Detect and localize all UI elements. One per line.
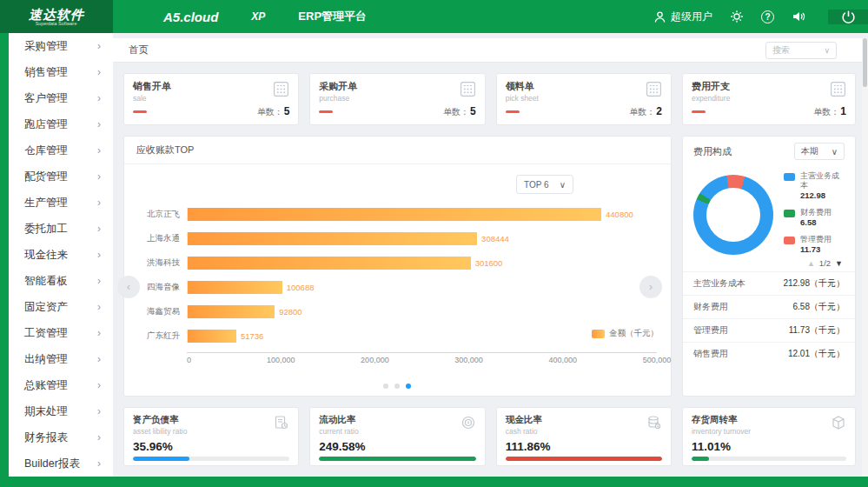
stat-card-2[interactable]: 领料单pick sheet单数：2 bbox=[496, 73, 672, 125]
legend-label: 金额（千元） bbox=[609, 328, 659, 339]
sidebar-item-0[interactable]: 采购管理› bbox=[9, 33, 113, 59]
platform-title[interactable]: ERP管理平台 bbox=[298, 9, 367, 24]
bar[interactable] bbox=[188, 208, 601, 221]
sidebar-item-11[interactable]: 工资管理› bbox=[9, 320, 113, 346]
donut-legend-item-2[interactable]: 管理费用11.73 bbox=[784, 235, 846, 254]
bar-row-2: 洪海科技301600 bbox=[136, 255, 657, 271]
pager-up-icon[interactable]: ▲ bbox=[807, 259, 815, 268]
period-select[interactable]: 本期 ∨ bbox=[794, 143, 845, 160]
vertical-scrollbar bbox=[862, 38, 868, 477]
bar[interactable] bbox=[188, 330, 236, 343]
trend-dash bbox=[133, 110, 147, 113]
stat-card-1[interactable]: 采购开单purchase单数：5 bbox=[309, 73, 485, 125]
expense-name: 财务费用 bbox=[693, 301, 728, 313]
settings-gear-icon[interactable] bbox=[730, 10, 744, 23]
legend-swatch bbox=[784, 210, 795, 217]
kpi-card-2: 现金比率cash ratio111.86% bbox=[496, 407, 672, 466]
stat-card-subtitle: expenditure bbox=[692, 94, 846, 103]
bar-category-label: 上海永通 bbox=[136, 233, 187, 244]
sidebar-item-8[interactable]: 现金往来› bbox=[9, 242, 113, 268]
carousel-dot-1[interactable] bbox=[394, 384, 400, 389]
chart-legend: 金额（千元） bbox=[592, 328, 659, 339]
stat-card-3[interactable]: 费用开支expenditure单数：1 bbox=[682, 73, 856, 125]
bar[interactable] bbox=[188, 305, 275, 318]
bar[interactable] bbox=[188, 281, 282, 294]
kpi-card-1: 流动比率current ratio249.58% bbox=[309, 407, 485, 466]
logout-power-button[interactable] bbox=[828, 10, 868, 24]
scrollbar-thumb[interactable] bbox=[863, 38, 867, 87]
calculator-icon bbox=[830, 81, 846, 101]
sidebar-item-7[interactable]: 委托加工› bbox=[9, 216, 113, 242]
pager-down-icon[interactable]: ▼ bbox=[835, 259, 843, 268]
carousel-next-button[interactable]: › bbox=[639, 276, 662, 298]
trend-dash bbox=[506, 110, 520, 113]
user-menu[interactable]: 超级用户 bbox=[653, 10, 712, 24]
sidebar-item-label: 跑店管理 bbox=[24, 117, 68, 132]
sidebar-item-label: 委托加工 bbox=[24, 222, 68, 237]
sidebar-item-16[interactable]: Builder报表› bbox=[9, 450, 113, 477]
sidebar-item-6[interactable]: 生产管理› bbox=[9, 190, 113, 216]
legend-swatch bbox=[784, 173, 795, 181]
chevron-right-icon: › bbox=[97, 40, 101, 52]
bar-track: 100688 bbox=[187, 281, 657, 294]
x-axis: 0100,000200,000300,000400,000500,000 bbox=[187, 352, 657, 366]
edition-label[interactable]: XP bbox=[251, 10, 265, 23]
trend-dash bbox=[692, 110, 706, 113]
expense-panel-header: 费用构成 本期 ∨ bbox=[683, 137, 855, 166]
carousel-dot-0[interactable] bbox=[383, 384, 388, 389]
expense-row-3: 销售费用12.01（千元） bbox=[683, 342, 855, 365]
chevron-right-icon: › bbox=[97, 431, 101, 444]
sidebar-item-9[interactable]: 智能看板› bbox=[9, 268, 113, 294]
sidebar-item-5[interactable]: 配货管理› bbox=[9, 163, 113, 190]
sidebar-item-13[interactable]: 总账管理› bbox=[9, 372, 113, 398]
kpi-title: 现金比率 bbox=[506, 414, 662, 426]
stat-card-subtitle: pick sheet bbox=[506, 94, 662, 103]
bar-value-label: 440800 bbox=[606, 208, 633, 221]
donut-legend-item-1[interactable]: 财务费用6.58 bbox=[784, 208, 846, 227]
sidebar-item-14[interactable]: 期末处理› bbox=[9, 398, 113, 424]
search-select[interactable]: 搜索 ∨ bbox=[765, 42, 837, 59]
stat-card-footer: 单数：5 bbox=[133, 105, 289, 118]
chevron-right-icon: › bbox=[97, 144, 101, 157]
sidebar-item-2[interactable]: 客户管理› bbox=[9, 85, 113, 111]
stat-card-title: 费用开支 bbox=[692, 80, 846, 93]
donut-legend-item-0[interactable]: 主营业务成本212.98 bbox=[784, 171, 846, 200]
stat-card-footer: 单数：1 bbox=[692, 105, 846, 118]
database-icon bbox=[646, 415, 662, 434]
help-icon[interactable]: ? bbox=[761, 10, 774, 23]
bar-value-label: 92800 bbox=[279, 305, 301, 318]
main-area: 首页 搜索 ∨ 销售开单sale单数：5采购开单purchase单数：5领料单p… bbox=[113, 33, 868, 477]
sidebar-item-4[interactable]: 仓库管理› bbox=[9, 137, 113, 163]
sidebar-item-15[interactable]: 财务报表› bbox=[9, 424, 113, 450]
stat-card-0[interactable]: 销售开单sale单数：5 bbox=[123, 73, 299, 125]
sidebar-item-10[interactable]: 固定资产› bbox=[9, 294, 113, 320]
expense-value: 6.58（千元） bbox=[793, 301, 845, 313]
bar[interactable] bbox=[188, 257, 471, 270]
bar-track: 308444 bbox=[187, 232, 657, 245]
chevron-right-icon: › bbox=[97, 249, 101, 261]
legend-value: 6.58 bbox=[800, 217, 832, 227]
chevron-right-icon: › bbox=[97, 327, 101, 339]
sidebar-item-label: Builder报表 bbox=[24, 457, 80, 471]
box-icon bbox=[831, 415, 846, 434]
bar-value-label: 308444 bbox=[481, 232, 509, 245]
kpi-progress-fill bbox=[319, 457, 475, 461]
stat-card-title: 采购开单 bbox=[319, 80, 475, 93]
product-name[interactable]: A5.cloud bbox=[163, 10, 218, 24]
bar[interactable] bbox=[188, 232, 477, 245]
sidebar-item-1[interactable]: 销售管理› bbox=[9, 59, 113, 85]
carousel-dot-2[interactable] bbox=[406, 384, 411, 389]
carousel-prev-button[interactable]: ‹ bbox=[117, 276, 140, 298]
app-logo[interactable]: 速达软件 Superdata Software bbox=[0, 0, 113, 33]
expense-list: 主营业务成本212.98（千元）财务费用6.58（千元）管理费用11.73（千元… bbox=[683, 271, 855, 365]
sidebar-item-12[interactable]: 出纳管理› bbox=[9, 346, 113, 372]
sidebar-item-label: 销售管理 bbox=[24, 65, 68, 80]
tab-home[interactable]: 首页 bbox=[129, 43, 149, 57]
announcement-horn-icon[interactable] bbox=[792, 10, 805, 23]
sidebar-item-3[interactable]: 跑店管理› bbox=[9, 111, 113, 137]
kpi-progress-fill bbox=[692, 457, 709, 461]
kpi-progress-fill bbox=[506, 457, 662, 461]
sidebar-item-label: 出纳管理 bbox=[24, 352, 68, 367]
kpi-title: 资产负债率 bbox=[133, 414, 289, 426]
topn-select[interactable]: TOP 6 ∨ bbox=[516, 175, 573, 194]
